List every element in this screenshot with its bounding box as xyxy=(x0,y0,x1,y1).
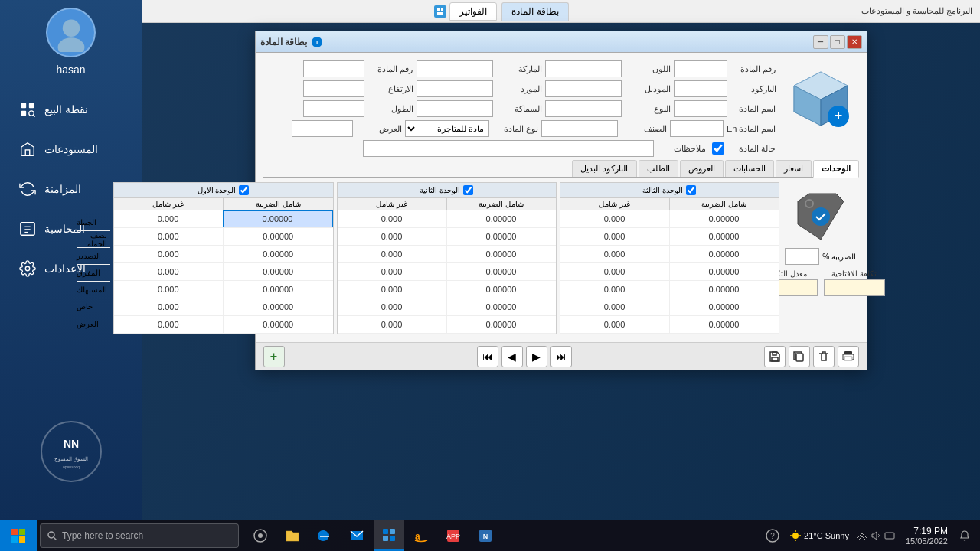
item-number-input2[interactable] xyxy=(303,60,364,77)
taskbar-amazon-icon[interactable]: a xyxy=(406,520,436,551)
item-number-label2: رقم المادة xyxy=(368,64,413,74)
width-input[interactable] xyxy=(292,120,353,137)
save-button[interactable] xyxy=(764,346,786,367)
height-label: الارتفاع xyxy=(368,84,413,94)
modal-minimize-button[interactable]: ─ xyxy=(813,35,828,49)
taskbar-edge-icon[interactable] xyxy=(309,520,340,551)
module-input[interactable] xyxy=(545,80,622,97)
category-input[interactable] xyxy=(541,120,618,137)
unit3-checkbox[interactable] xyxy=(686,185,696,195)
svg-text:APP: APP xyxy=(446,533,460,540)
add-button[interactable]: + xyxy=(263,346,285,367)
color-input[interactable] xyxy=(545,60,622,77)
svg-rect-44 xyxy=(383,536,388,541)
copy-button[interactable] xyxy=(789,346,810,367)
type-input[interactable] xyxy=(545,100,622,117)
warehouse-icon xyxy=(18,140,37,158)
svg-point-1 xyxy=(57,37,84,52)
tax-row: الضريبة % 16 xyxy=(785,248,856,265)
tax-input[interactable]: 16 xyxy=(785,248,819,265)
item-type-select[interactable]: مادة للمتاجرة xyxy=(405,120,489,137)
unit3-header: الوحدة الثالثة xyxy=(642,186,683,194)
notes-input[interactable] xyxy=(363,140,654,157)
tab-orders[interactable]: الطلب xyxy=(639,160,678,177)
supplier-input[interactable] xyxy=(416,80,493,97)
settings-icon xyxy=(18,259,37,278)
time-label: 7:19 PM xyxy=(913,526,948,536)
taskbar-blue-icon[interactable]: N xyxy=(470,520,501,551)
weather-sun-icon xyxy=(789,530,802,542)
brand-input[interactable] xyxy=(416,60,493,77)
tab-offers[interactable]: العروض xyxy=(680,160,724,177)
unit1-col1-header: غير شامل xyxy=(114,198,224,210)
tab-prices[interactable]: اسعار xyxy=(776,160,812,177)
svg-text:+: + xyxy=(834,108,842,123)
item-number-input[interactable] xyxy=(674,60,727,77)
start-button[interactable] xyxy=(0,520,37,551)
pos-icon xyxy=(18,100,37,119)
svg-text:NN: NN xyxy=(63,438,78,450)
item-type-label: نوع المادة xyxy=(492,124,538,134)
unit1-pricing: الوحدة الاول شامل الضريبة غير شامل xyxy=(113,182,334,334)
taskbar-mail-icon[interactable] xyxy=(341,520,372,551)
barcode-input[interactable] xyxy=(674,80,727,97)
taskbar-red-icon[interactable]: APP xyxy=(438,520,469,551)
sidebar-item-label: المستودعات xyxy=(44,143,98,155)
time-display[interactable]: 7:19 PM 15/05/2022 xyxy=(903,526,951,546)
open-cost-input[interactable]: 0.00000 xyxy=(824,279,885,296)
svg-text:السوق المفتوح: السوق المفتوح xyxy=(54,456,88,462)
item-name-en-input[interactable] xyxy=(670,120,724,137)
tab-accounts[interactable]: الحسابات xyxy=(725,160,774,177)
svg-rect-32 xyxy=(772,357,778,361)
unit3-col2-header: شامل الضريبة xyxy=(669,198,779,210)
unit2-col1-header: غير شامل xyxy=(338,198,446,210)
highlighted-cell[interactable] xyxy=(223,210,333,227)
unit3-col1-header: غير شامل xyxy=(560,198,669,210)
help-button[interactable]: ? xyxy=(760,520,785,551)
tab-alt-barcode[interactable]: الباركود البديل xyxy=(572,160,636,177)
taskbar-explorer-icon[interactable] xyxy=(245,520,276,551)
svg-rect-43 xyxy=(390,529,395,534)
thickness-input[interactable] xyxy=(416,100,493,117)
category-label: الصنف xyxy=(621,124,667,134)
sidebar-item-label: نقطة البيع xyxy=(44,103,88,116)
svg-point-0 xyxy=(62,19,80,37)
modal-close-button[interactable]: ✕ xyxy=(847,35,862,49)
delete-button[interactable] xyxy=(813,346,835,367)
toolbar-center: ⏭ ▶ ◀ ⏮ xyxy=(477,346,572,367)
svg-rect-29 xyxy=(844,351,852,354)
notification-button[interactable] xyxy=(956,520,974,551)
status-checkbox[interactable] xyxy=(712,142,724,155)
svg-point-5 xyxy=(29,111,34,116)
taskbar-file-icon[interactable] xyxy=(277,520,308,551)
sidebar-item-pos[interactable]: نقطة البيع xyxy=(8,91,134,128)
first-button[interactable]: ⏮ xyxy=(477,346,498,367)
height-input[interactable] xyxy=(303,80,364,97)
next-button[interactable]: ▶ xyxy=(526,346,547,367)
last-button[interactable]: ⏭ xyxy=(550,346,572,367)
item-name-input[interactable] xyxy=(674,100,727,117)
desktop: hasan نقطة البيع المستودعات المزامنة الم… xyxy=(0,0,980,551)
tab-units[interactable]: الوحدات xyxy=(813,160,859,178)
unit1-checkbox[interactable] xyxy=(239,185,249,195)
svg-point-11 xyxy=(25,266,30,271)
unit2-checkbox[interactable] xyxy=(463,185,473,195)
prev-button[interactable]: ◀ xyxy=(501,346,523,367)
length-input[interactable] xyxy=(303,100,364,117)
toolbar-right: + xyxy=(263,346,285,367)
svg-rect-4 xyxy=(21,111,26,116)
width-label: العرض xyxy=(356,124,402,134)
taskbar-search[interactable]: Type here to search xyxy=(40,523,239,548)
svg-rect-35 xyxy=(19,529,25,535)
unit2-col2-header: شامل الضريبة xyxy=(446,198,556,210)
supplier-label: المورد xyxy=(496,84,542,94)
sidebar-item-warehouse[interactable]: المستودعات xyxy=(8,131,134,168)
price-tag-image xyxy=(794,190,848,243)
svg-text:i: i xyxy=(316,39,318,46)
modal-maximize-button[interactable]: □ xyxy=(830,35,845,49)
svg-text:?: ? xyxy=(770,532,775,540)
print-button[interactable] xyxy=(838,346,859,367)
date-label: 15/05/2022 xyxy=(906,536,948,546)
unit3-pricing: الوحدة الثالثة شامل الضريبة غير شامل xyxy=(560,182,779,334)
taskbar-app-icon[interactable] xyxy=(374,520,404,551)
